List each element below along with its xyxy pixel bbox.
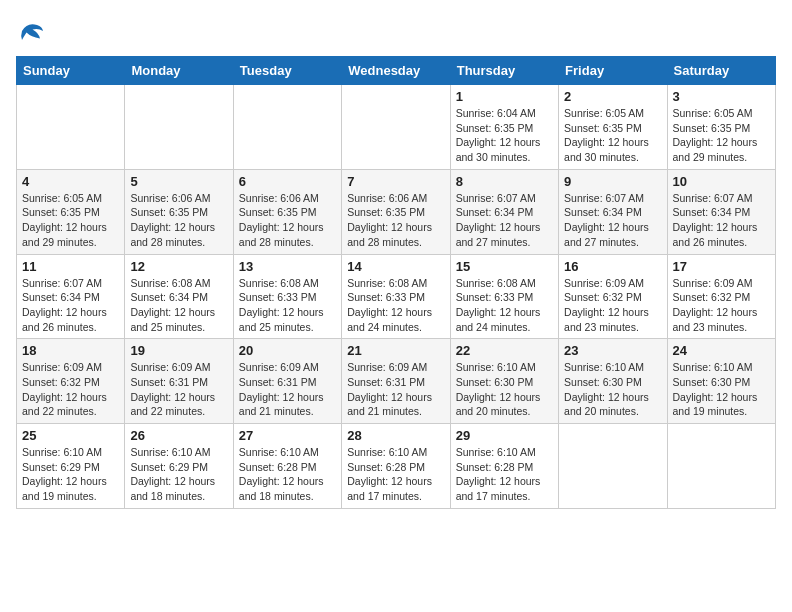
calendar-cell: 24Sunrise: 6:10 AM Sunset: 6:30 PM Dayli… (667, 339, 775, 424)
calendar-header-row: SundayMondayTuesdayWednesdayThursdayFrid… (17, 57, 776, 85)
calendar-cell: 5Sunrise: 6:06 AM Sunset: 6:35 PM Daylig… (125, 169, 233, 254)
calendar-week-2: 4Sunrise: 6:05 AM Sunset: 6:35 PM Daylig… (17, 169, 776, 254)
calendar-header-monday: Monday (125, 57, 233, 85)
calendar-cell (559, 424, 667, 509)
day-info: Sunrise: 6:08 AM Sunset: 6:34 PM Dayligh… (130, 276, 227, 335)
day-number: 9 (564, 174, 661, 189)
calendar-cell: 18Sunrise: 6:09 AM Sunset: 6:32 PM Dayli… (17, 339, 125, 424)
calendar-cell: 2Sunrise: 6:05 AM Sunset: 6:35 PM Daylig… (559, 85, 667, 170)
day-number: 2 (564, 89, 661, 104)
day-number: 20 (239, 343, 336, 358)
day-number: 10 (673, 174, 770, 189)
day-info: Sunrise: 6:07 AM Sunset: 6:34 PM Dayligh… (22, 276, 119, 335)
day-info: Sunrise: 6:09 AM Sunset: 6:32 PM Dayligh… (22, 360, 119, 419)
day-info: Sunrise: 6:04 AM Sunset: 6:35 PM Dayligh… (456, 106, 553, 165)
day-info: Sunrise: 6:06 AM Sunset: 6:35 PM Dayligh… (130, 191, 227, 250)
day-number: 4 (22, 174, 119, 189)
calendar-cell: 20Sunrise: 6:09 AM Sunset: 6:31 PM Dayli… (233, 339, 341, 424)
calendar-cell: 4Sunrise: 6:05 AM Sunset: 6:35 PM Daylig… (17, 169, 125, 254)
day-number: 15 (456, 259, 553, 274)
day-info: Sunrise: 6:10 AM Sunset: 6:30 PM Dayligh… (673, 360, 770, 419)
calendar-cell: 22Sunrise: 6:10 AM Sunset: 6:30 PM Dayli… (450, 339, 558, 424)
day-number: 8 (456, 174, 553, 189)
calendar-cell (233, 85, 341, 170)
calendar-table: SundayMondayTuesdayWednesdayThursdayFrid… (16, 56, 776, 509)
calendar-header-wednesday: Wednesday (342, 57, 450, 85)
day-info: Sunrise: 6:06 AM Sunset: 6:35 PM Dayligh… (347, 191, 444, 250)
day-number: 29 (456, 428, 553, 443)
calendar-cell: 15Sunrise: 6:08 AM Sunset: 6:33 PM Dayli… (450, 254, 558, 339)
day-info: Sunrise: 6:05 AM Sunset: 6:35 PM Dayligh… (22, 191, 119, 250)
calendar-cell: 14Sunrise: 6:08 AM Sunset: 6:33 PM Dayli… (342, 254, 450, 339)
calendar-cell: 1Sunrise: 6:04 AM Sunset: 6:35 PM Daylig… (450, 85, 558, 170)
day-number: 3 (673, 89, 770, 104)
calendar-week-1: 1Sunrise: 6:04 AM Sunset: 6:35 PM Daylig… (17, 85, 776, 170)
day-number: 14 (347, 259, 444, 274)
calendar-cell: 10Sunrise: 6:07 AM Sunset: 6:34 PM Dayli… (667, 169, 775, 254)
calendar-cell: 28Sunrise: 6:10 AM Sunset: 6:28 PM Dayli… (342, 424, 450, 509)
calendar-week-3: 11Sunrise: 6:07 AM Sunset: 6:34 PM Dayli… (17, 254, 776, 339)
calendar-week-4: 18Sunrise: 6:09 AM Sunset: 6:32 PM Dayli… (17, 339, 776, 424)
day-number: 26 (130, 428, 227, 443)
calendar-cell: 9Sunrise: 6:07 AM Sunset: 6:34 PM Daylig… (559, 169, 667, 254)
calendar-cell: 16Sunrise: 6:09 AM Sunset: 6:32 PM Dayli… (559, 254, 667, 339)
calendar-cell: 27Sunrise: 6:10 AM Sunset: 6:28 PM Dayli… (233, 424, 341, 509)
calendar-header-sunday: Sunday (17, 57, 125, 85)
calendar-header-thursday: Thursday (450, 57, 558, 85)
day-number: 6 (239, 174, 336, 189)
day-info: Sunrise: 6:09 AM Sunset: 6:32 PM Dayligh… (564, 276, 661, 335)
calendar-cell: 21Sunrise: 6:09 AM Sunset: 6:31 PM Dayli… (342, 339, 450, 424)
calendar-cell: 25Sunrise: 6:10 AM Sunset: 6:29 PM Dayli… (17, 424, 125, 509)
calendar-cell: 3Sunrise: 6:05 AM Sunset: 6:35 PM Daylig… (667, 85, 775, 170)
day-info: Sunrise: 6:05 AM Sunset: 6:35 PM Dayligh… (564, 106, 661, 165)
calendar-cell: 6Sunrise: 6:06 AM Sunset: 6:35 PM Daylig… (233, 169, 341, 254)
calendar-cell: 29Sunrise: 6:10 AM Sunset: 6:28 PM Dayli… (450, 424, 558, 509)
day-info: Sunrise: 6:07 AM Sunset: 6:34 PM Dayligh… (673, 191, 770, 250)
day-number: 12 (130, 259, 227, 274)
calendar-cell: 11Sunrise: 6:07 AM Sunset: 6:34 PM Dayli… (17, 254, 125, 339)
day-number: 27 (239, 428, 336, 443)
calendar-cell: 26Sunrise: 6:10 AM Sunset: 6:29 PM Dayli… (125, 424, 233, 509)
day-info: Sunrise: 6:10 AM Sunset: 6:29 PM Dayligh… (22, 445, 119, 504)
calendar-header-tuesday: Tuesday (233, 57, 341, 85)
day-info: Sunrise: 6:05 AM Sunset: 6:35 PM Dayligh… (673, 106, 770, 165)
day-info: Sunrise: 6:08 AM Sunset: 6:33 PM Dayligh… (239, 276, 336, 335)
day-number: 18 (22, 343, 119, 358)
day-number: 28 (347, 428, 444, 443)
calendar-cell: 13Sunrise: 6:08 AM Sunset: 6:33 PM Dayli… (233, 254, 341, 339)
day-number: 19 (130, 343, 227, 358)
day-number: 23 (564, 343, 661, 358)
day-number: 25 (22, 428, 119, 443)
day-info: Sunrise: 6:10 AM Sunset: 6:30 PM Dayligh… (456, 360, 553, 419)
calendar-header-friday: Friday (559, 57, 667, 85)
calendar-cell: 19Sunrise: 6:09 AM Sunset: 6:31 PM Dayli… (125, 339, 233, 424)
logo (16, 16, 50, 46)
day-info: Sunrise: 6:10 AM Sunset: 6:28 PM Dayligh… (456, 445, 553, 504)
day-number: 21 (347, 343, 444, 358)
day-number: 7 (347, 174, 444, 189)
calendar-cell: 7Sunrise: 6:06 AM Sunset: 6:35 PM Daylig… (342, 169, 450, 254)
calendar-cell (17, 85, 125, 170)
calendar-week-5: 25Sunrise: 6:10 AM Sunset: 6:29 PM Dayli… (17, 424, 776, 509)
day-info: Sunrise: 6:09 AM Sunset: 6:31 PM Dayligh… (347, 360, 444, 419)
calendar-cell: 8Sunrise: 6:07 AM Sunset: 6:34 PM Daylig… (450, 169, 558, 254)
calendar-cell: 17Sunrise: 6:09 AM Sunset: 6:32 PM Dayli… (667, 254, 775, 339)
calendar-cell (342, 85, 450, 170)
day-info: Sunrise: 6:10 AM Sunset: 6:28 PM Dayligh… (239, 445, 336, 504)
day-info: Sunrise: 6:06 AM Sunset: 6:35 PM Dayligh… (239, 191, 336, 250)
day-number: 5 (130, 174, 227, 189)
day-info: Sunrise: 6:07 AM Sunset: 6:34 PM Dayligh… (564, 191, 661, 250)
calendar-cell (667, 424, 775, 509)
day-info: Sunrise: 6:09 AM Sunset: 6:31 PM Dayligh… (130, 360, 227, 419)
day-info: Sunrise: 6:10 AM Sunset: 6:29 PM Dayligh… (130, 445, 227, 504)
day-info: Sunrise: 6:08 AM Sunset: 6:33 PM Dayligh… (456, 276, 553, 335)
day-info: Sunrise: 6:08 AM Sunset: 6:33 PM Dayligh… (347, 276, 444, 335)
day-number: 22 (456, 343, 553, 358)
day-info: Sunrise: 6:10 AM Sunset: 6:28 PM Dayligh… (347, 445, 444, 504)
day-info: Sunrise: 6:07 AM Sunset: 6:34 PM Dayligh… (456, 191, 553, 250)
calendar-cell: 12Sunrise: 6:08 AM Sunset: 6:34 PM Dayli… (125, 254, 233, 339)
calendar-cell: 23Sunrise: 6:10 AM Sunset: 6:30 PM Dayli… (559, 339, 667, 424)
day-info: Sunrise: 6:09 AM Sunset: 6:32 PM Dayligh… (673, 276, 770, 335)
calendar-cell (125, 85, 233, 170)
logo-icon (16, 16, 46, 46)
